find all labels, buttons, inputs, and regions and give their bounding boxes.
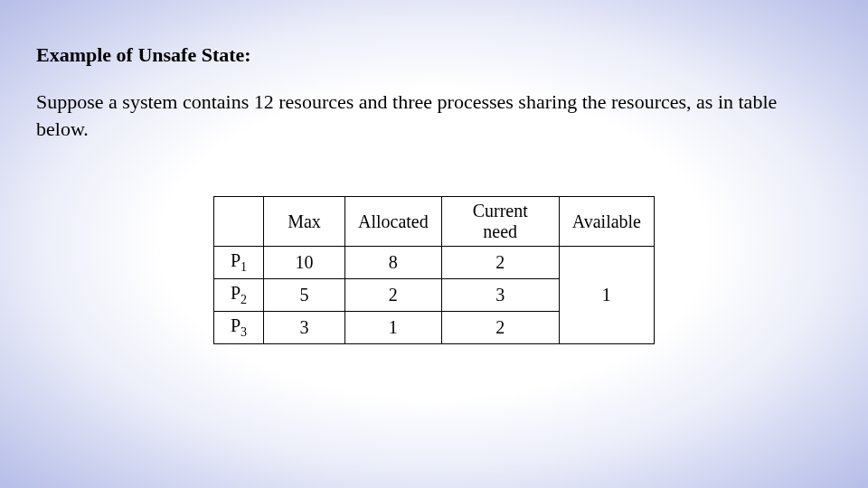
- proc-base: P: [231, 250, 241, 270]
- proc-sub: 3: [241, 325, 247, 339]
- cell-allocated: 1: [344, 312, 441, 344]
- cell-max: 3: [263, 312, 344, 344]
- cell-max: 5: [263, 279, 344, 312]
- proc-sub: 2: [241, 293, 247, 306]
- cell-current-need: 3: [441, 279, 559, 312]
- slide-title: Example of Unsafe State:: [36, 43, 832, 67]
- table-header-row: Max Allocated Current need Available: [213, 197, 654, 247]
- cell-current-need: 2: [441, 247, 559, 279]
- col-header-proc: [213, 197, 263, 247]
- resource-table: Max Allocated Current need Available P1 …: [213, 196, 655, 344]
- slide: Example of Unsafe State: Suppose a syste…: [0, 0, 868, 488]
- proc-base: P: [231, 315, 241, 335]
- cell-allocated: 2: [344, 279, 441, 312]
- col-header-allocated: Allocated: [344, 197, 441, 247]
- cell-max: 10: [263, 247, 344, 279]
- proc-base: P: [231, 283, 241, 303]
- slide-body-text: Suppose a system contains 12 resources a…: [36, 89, 832, 142]
- resource-table-container: Max Allocated Current need Available P1 …: [36, 196, 832, 344]
- table-row: P1 10 8 2 1: [213, 247, 654, 279]
- cell-proc: P1: [213, 247, 263, 279]
- proc-sub: 1: [241, 260, 247, 274]
- cell-proc: P2: [213, 279, 263, 312]
- col-header-available: Available: [559, 197, 654, 247]
- cell-current-need: 2: [441, 312, 559, 344]
- cell-available: 1: [559, 247, 654, 344]
- col-header-max: Max: [263, 197, 344, 247]
- cell-allocated: 8: [344, 247, 441, 279]
- col-header-current-need: Current need: [441, 197, 559, 247]
- cell-proc: P3: [213, 312, 263, 344]
